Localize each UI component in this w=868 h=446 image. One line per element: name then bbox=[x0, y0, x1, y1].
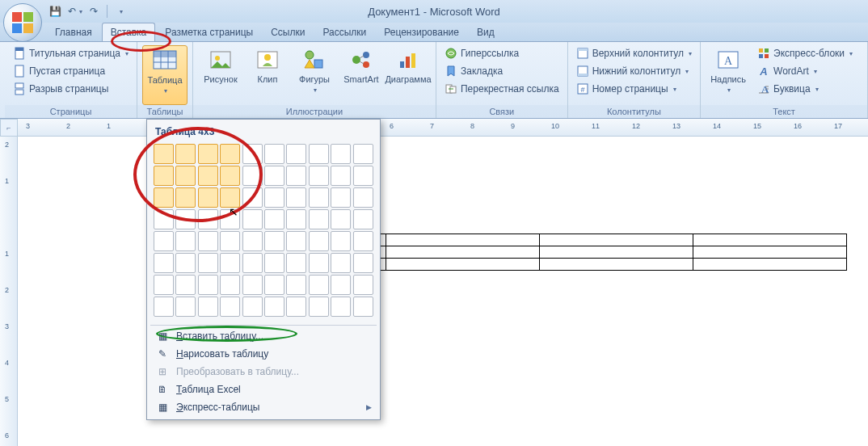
grid-cell-4-4[interactable] bbox=[242, 231, 263, 251]
office-button[interactable] bbox=[3, 3, 42, 42]
pages-items-item-0[interactable]: Титульная страница▾ bbox=[10, 45, 132, 61]
textbox-button[interactable]: A Надпись▾ bbox=[706, 45, 751, 105]
grid-cell-0-4[interactable] bbox=[242, 144, 263, 164]
grid-cell-6-9[interactable] bbox=[353, 275, 373, 295]
illus-0[interactable]: Рисунок bbox=[198, 45, 243, 105]
grid-cell-2-0[interactable] bbox=[154, 187, 174, 208]
text-items-item-0[interactable]: Экспресс-блоки▾ bbox=[754, 45, 856, 61]
grid-cell-0-7[interactable] bbox=[309, 144, 329, 164]
hf-items-item-0[interactable]: Верхний колонтитул▾ bbox=[573, 45, 695, 61]
vertical-ruler[interactable]: 21123456 bbox=[0, 137, 18, 446]
grid-cell-6-4[interactable] bbox=[242, 275, 263, 295]
grid-cell-5-0[interactable] bbox=[154, 253, 174, 273]
grid-cell-3-8[interactable] bbox=[331, 209, 351, 229]
doc-cell[interactable] bbox=[540, 234, 693, 246]
grid-cell-7-4[interactable] bbox=[242, 297, 263, 317]
doc-cell[interactable] bbox=[693, 246, 847, 259]
grid-cell-7-3[interactable] bbox=[220, 297, 240, 317]
doc-cell[interactable] bbox=[540, 259, 693, 271]
doc-cell[interactable] bbox=[386, 246, 540, 259]
grid-cell-0-9[interactable] bbox=[353, 144, 373, 164]
grid-cell-3-1[interactable] bbox=[175, 209, 196, 229]
grid-cell-4-2[interactable] bbox=[198, 231, 218, 251]
grid-cell-4-0[interactable] bbox=[154, 231, 174, 251]
grid-cell-7-5[interactable] bbox=[264, 297, 284, 317]
grid-cell-6-7[interactable] bbox=[309, 275, 329, 295]
grid-cell-0-5[interactable] bbox=[264, 144, 284, 164]
grid-cell-6-5[interactable] bbox=[264, 275, 284, 295]
grid-cell-7-6[interactable] bbox=[286, 297, 306, 317]
grid-cell-5-1[interactable] bbox=[175, 253, 196, 273]
grid-cell-0-6[interactable] bbox=[286, 144, 306, 164]
grid-cell-2-7[interactable] bbox=[309, 187, 329, 208]
grid-cell-6-8[interactable] bbox=[331, 275, 351, 295]
undo-button[interactable]: ↶▾ bbox=[66, 3, 82, 19]
horizontal-ruler[interactable]: 3211234567891011121314151617 bbox=[18, 119, 868, 137]
grid-cell-4-3[interactable] bbox=[220, 231, 240, 251]
grid-cell-1-5[interactable] bbox=[264, 166, 284, 186]
table-grid-picker[interactable] bbox=[150, 142, 377, 323]
grid-cell-2-4[interactable] bbox=[242, 187, 263, 208]
tab-1[interactable]: Вставка bbox=[102, 23, 156, 41]
grid-cell-5-6[interactable] bbox=[286, 253, 306, 273]
grid-cell-5-8[interactable] bbox=[331, 253, 351, 273]
grid-cell-7-0[interactable] bbox=[154, 297, 174, 317]
grid-cell-5-9[interactable] bbox=[353, 253, 373, 273]
grid-cell-6-6[interactable] bbox=[286, 275, 306, 295]
illus-1[interactable]: Клип bbox=[245, 45, 290, 105]
doc-cell[interactable] bbox=[386, 234, 540, 246]
menu-item-1[interactable]: ✎Нарисовать таблицу bbox=[150, 345, 377, 363]
tab-4[interactable]: Рассылки bbox=[314, 23, 374, 41]
grid-cell-1-3[interactable] bbox=[220, 166, 240, 186]
grid-cell-2-9[interactable] bbox=[353, 187, 373, 208]
grid-cell-2-2[interactable] bbox=[198, 187, 218, 208]
table-button[interactable]: Таблица▾ bbox=[142, 45, 188, 105]
menu-item-4[interactable]: ▦Экспресс-таблицы▶ bbox=[150, 398, 377, 416]
grid-cell-7-2[interactable] bbox=[198, 297, 218, 317]
grid-cell-7-1[interactable] bbox=[175, 297, 196, 317]
tab-5[interactable]: Рецензирование bbox=[376, 23, 467, 41]
grid-cell-3-9[interactable] bbox=[353, 209, 373, 229]
grid-cell-0-8[interactable] bbox=[331, 144, 351, 164]
grid-cell-4-9[interactable] bbox=[353, 231, 373, 251]
grid-cell-5-7[interactable] bbox=[309, 253, 329, 273]
text-items-item-2[interactable]: AБуквица▾ bbox=[754, 81, 856, 97]
grid-cell-1-4[interactable] bbox=[242, 166, 263, 186]
grid-cell-3-7[interactable] bbox=[309, 209, 329, 229]
grid-cell-4-1[interactable] bbox=[175, 231, 196, 251]
grid-cell-3-0[interactable] bbox=[154, 209, 174, 229]
text-items-item-1[interactable]: AWordArt▾ bbox=[754, 63, 856, 79]
doc-cell[interactable] bbox=[540, 246, 693, 259]
grid-cell-7-8[interactable] bbox=[331, 297, 351, 317]
grid-cell-5-5[interactable] bbox=[264, 253, 284, 273]
grid-cell-6-2[interactable] bbox=[198, 275, 218, 295]
grid-cell-2-3[interactable] bbox=[220, 187, 240, 208]
grid-cell-1-2[interactable] bbox=[198, 166, 218, 186]
grid-cell-6-0[interactable] bbox=[154, 275, 174, 295]
hf-items-item-1[interactable]: Нижний колонтитул▾ bbox=[573, 63, 695, 79]
grid-cell-4-8[interactable] bbox=[331, 231, 351, 251]
grid-cell-6-3[interactable] bbox=[220, 275, 240, 295]
tab-0[interactable]: Главная bbox=[47, 23, 100, 41]
illus-3[interactable]: SmartArt bbox=[339, 45, 384, 105]
grid-cell-0-0[interactable] bbox=[154, 144, 174, 164]
grid-cell-0-2[interactable] bbox=[198, 144, 218, 164]
grid-cell-2-1[interactable] bbox=[175, 187, 196, 208]
tab-6[interactable]: Вид bbox=[469, 23, 503, 41]
links-items-item-1[interactable]: Закладка bbox=[441, 63, 563, 79]
tab-2[interactable]: Разметка страницы bbox=[157, 23, 261, 41]
menu-item-3[interactable]: 🗎Таблица Excel bbox=[150, 381, 377, 398]
grid-cell-1-6[interactable] bbox=[286, 166, 306, 186]
tab-3[interactable]: Ссылки bbox=[263, 23, 313, 41]
illus-2[interactable]: Фигуры▾ bbox=[292, 45, 337, 105]
grid-cell-2-5[interactable] bbox=[264, 187, 284, 208]
grid-cell-1-1[interactable] bbox=[175, 166, 196, 186]
menu-item-0[interactable]: ▦Вставить таблицу... bbox=[150, 327, 377, 345]
links-items-item-2[interactable]: Перекрестная ссылка bbox=[441, 81, 563, 97]
grid-cell-3-2[interactable] bbox=[198, 209, 218, 229]
grid-cell-1-9[interactable] bbox=[353, 166, 373, 186]
doc-cell[interactable] bbox=[386, 259, 540, 271]
links-items-item-0[interactable]: Гиперссылка bbox=[441, 45, 563, 61]
grid-cell-4-6[interactable] bbox=[286, 231, 306, 251]
grid-cell-5-2[interactable] bbox=[198, 253, 218, 273]
